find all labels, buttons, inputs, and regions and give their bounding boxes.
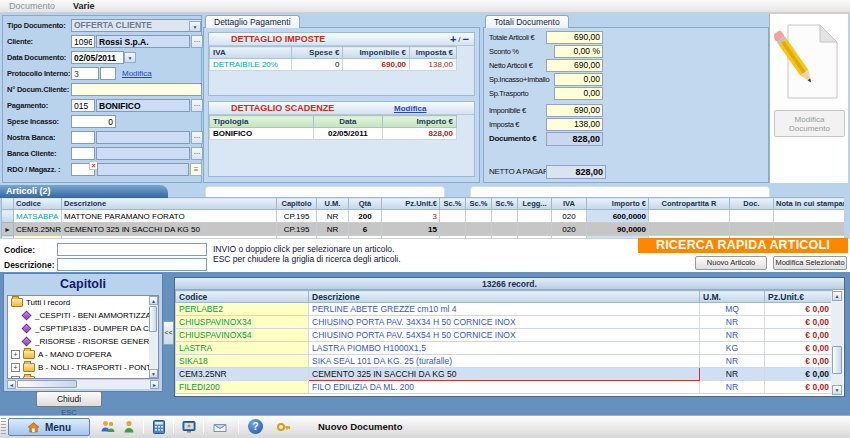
articolo-sc-cell[interactable] — [492, 210, 518, 223]
scroll-up-icon[interactable]: ▲ — [832, 291, 842, 301]
protocollo-field[interactable] — [71, 67, 99, 80]
row-selector[interactable] — [2, 210, 14, 223]
imposte-imponibile-cell[interactable]: 690,00 — [343, 59, 410, 71]
expand-plus-icon[interactable]: + — [11, 350, 20, 359]
column-header[interactable]: U.M. — [700, 291, 765, 303]
tree-item[interactable]: _RISORSE - RISORSE GENERICHE — [8, 335, 158, 348]
date-dropdown-icon[interactable]: ▼ — [124, 52, 136, 63]
column-header[interactable]: Capitolo — [277, 198, 317, 210]
nostra-banca-code-field[interactable] — [71, 131, 95, 144]
scadenze-row[interactable]: BONIFICO 02/05/2011 828,00 — [210, 128, 457, 140]
articolo-iva-cell[interactable]: 020 — [552, 223, 587, 236]
remove-imposta-button[interactable]: − — [463, 33, 469, 45]
column-header[interactable]: Data — [313, 116, 382, 128]
column-header[interactable]: Pz.Unit.€ — [765, 291, 833, 303]
record-codice-cell[interactable]: CHIUSPAVINOX54 — [176, 329, 309, 342]
record-descrizione-cell[interactable]: SIKA SEAL 101 DA KG. 25 (turafalle) — [309, 355, 700, 368]
column-header[interactable]: Sc.% — [466, 198, 492, 210]
ricerca-codice-input[interactable] — [57, 243, 207, 256]
column-header[interactable]: Pz.Unit.€ — [382, 198, 440, 210]
record-pzunit-cell[interactable]: € 0,00 — [765, 368, 833, 381]
record-row[interactable]: LASTRA LASTRA PIOMBO H1000X1,5 KG € 0,00 — [176, 342, 833, 355]
scroll-right-icon[interactable]: ► — [150, 380, 159, 389]
chiudi-button[interactable]: Chiudi — [36, 391, 102, 407]
record-row-selected[interactable]: CEM3.25NR CEMENTO 325 IN SACCHI DA KG 50… — [176, 368, 833, 381]
articolo-legg-cell[interactable] — [518, 223, 552, 236]
record-um-cell[interactable]: NR — [700, 355, 765, 368]
tab-dettaglio-pagamenti[interactable]: Dettaglio Pagamenti — [205, 15, 300, 28]
articolo-sc-cell[interactable] — [466, 210, 492, 223]
articolo-sc-cell[interactable] — [440, 223, 466, 236]
menu-documento[interactable]: Documento — [9, 1, 55, 11]
record-codice-cell[interactable]: FILEDI200 — [176, 381, 309, 394]
column-header[interactable]: Doc. — [730, 198, 774, 210]
scrollbar-thumb[interactable] — [832, 346, 842, 374]
scadenza-importo-cell[interactable]: 828,00 — [382, 128, 456, 140]
nostra-banca-lookup-button[interactable]: ... — [191, 131, 203, 144]
articolo-contropartita-cell[interactable] — [649, 223, 730, 236]
imposte-spese-cell[interactable]: 0 — [291, 59, 343, 71]
modifica-documento-button[interactable]: Modifica Documento — [774, 110, 845, 137]
collapse-tree-button[interactable]: << — [163, 321, 174, 345]
users-icon[interactable] — [100, 419, 116, 435]
banca-cliente-name-field[interactable] — [96, 147, 190, 160]
column-header[interactable]: Tipologia — [210, 116, 314, 128]
articolo-capitolo-cell[interactable]: CP.195 — [277, 210, 317, 223]
record-descrizione-cell[interactable]: CHIUSINO PORTA PAV. 54X54 H 50 CORNICE I… — [309, 329, 700, 342]
key-icon[interactable] — [276, 419, 292, 435]
record-codice-cell[interactable]: SIKA18 — [176, 355, 309, 368]
imponibile-value[interactable]: 690,00 — [546, 104, 603, 117]
record-descrizione-cell[interactable]: CHIUSINO PORTA PAV. 34X34 H 50 CORNICE I… — [309, 316, 700, 329]
articolo-nota-cell[interactable] — [774, 223, 845, 236]
imposta-value[interactable]: 138,00 — [546, 118, 603, 131]
scroll-up-icon[interactable]: ▲ — [149, 296, 158, 305]
articolo-legg-cell[interactable] — [518, 210, 552, 223]
record-um-cell[interactable]: NR — [700, 329, 765, 342]
record-row[interactable]: SIKA18 SIKA SEAL 101 DA KG. 25 (turafall… — [176, 355, 833, 368]
cliente-lookup-button[interactable]: ... — [191, 35, 203, 48]
articolo-qta-cell[interactable]: 200 — [349, 210, 382, 223]
column-header[interactable]: Descrizione — [62, 198, 277, 210]
column-header[interactable]: Codice — [176, 291, 309, 303]
record-row[interactable]: FILEDI200 FILO EDILIZIA DA ML. 200 NR € … — [176, 381, 833, 394]
netto-articoli-value[interactable]: 690,00 — [546, 59, 603, 72]
column-header[interactable]: Codice — [14, 198, 62, 210]
sp-incasso-value[interactable]: 0,00 — [554, 73, 603, 86]
add-imposta-button[interactable]: + — [450, 33, 456, 45]
pagamento-lookup-button[interactable]: ... — [191, 99, 203, 112]
scadenza-data-cell[interactable]: 02/05/2011 — [313, 128, 382, 140]
record-descrizione-cell[interactable]: PERLINE ABETE GREZZE cm10 ml 4 — [309, 303, 700, 316]
tree-item[interactable]: + A - MANO D'OPERA — [8, 348, 158, 361]
tree-item[interactable]: _CSPTIP1835 - DUMPER DA CAVA — [8, 322, 158, 335]
nostra-banca-name-field[interactable] — [96, 131, 190, 144]
scroll-down-icon[interactable]: ▼ — [149, 369, 158, 378]
chevron-down-icon[interactable]: ▼ — [189, 21, 201, 32]
column-header[interactable]: IVA — [210, 47, 292, 59]
articolo-nota-cell[interactable] — [774, 210, 845, 223]
netto-a-pagare-value[interactable]: 828,00 — [546, 165, 606, 179]
articolo-importo-cell[interactable]: 600,0000 — [587, 210, 649, 223]
articolo-codice-cell[interactable]: CEM3.25NR — [14, 223, 62, 236]
articolo-pzunit-cell[interactable]: 15 — [382, 223, 440, 236]
record-row[interactable]: CHIUSPAVINOX34 CHIUSINO PORTA PAV. 34X34… — [176, 316, 833, 329]
column-header[interactable]: Sc.% — [492, 198, 518, 210]
list-picker-icon[interactable]: ≡ — [190, 163, 202, 176]
scroll-left-icon[interactable]: ◄ — [7, 380, 16, 389]
record-pzunit-cell[interactable]: € 0,00 — [765, 342, 833, 355]
tree-horizontal-scrollbar[interactable]: ◄ ► — [7, 380, 159, 389]
record-pzunit-cell[interactable]: € 0,00 — [765, 316, 833, 329]
record-codice-cell[interactable]: PERLABE2 — [176, 303, 309, 316]
column-header[interactable]: Legg... — [518, 198, 552, 210]
record-descrizione-cell[interactable]: CEMENTO 325 IN SACCHI DA KG 50 — [309, 368, 700, 381]
scrollbar-thumb[interactable] — [17, 380, 77, 388]
pagamento-code-field[interactable] — [71, 99, 95, 112]
calculator-icon[interactable] — [151, 419, 167, 435]
articolo-row[interactable]: MATSABPA MATTONE PARAMANO FORATO CP.195 … — [2, 210, 845, 223]
column-header[interactable]: Imposta € — [410, 47, 457, 59]
column-header[interactable]: Importo € — [587, 198, 649, 210]
articolo-um-cell[interactable]: NR — [317, 223, 349, 236]
column-header[interactable]: Descrizione — [309, 291, 700, 303]
column-header[interactable]: U.M. — [317, 198, 349, 210]
spese-incasso-field[interactable] — [71, 115, 116, 128]
rdo-magazzino-field[interactable] — [97, 163, 189, 176]
